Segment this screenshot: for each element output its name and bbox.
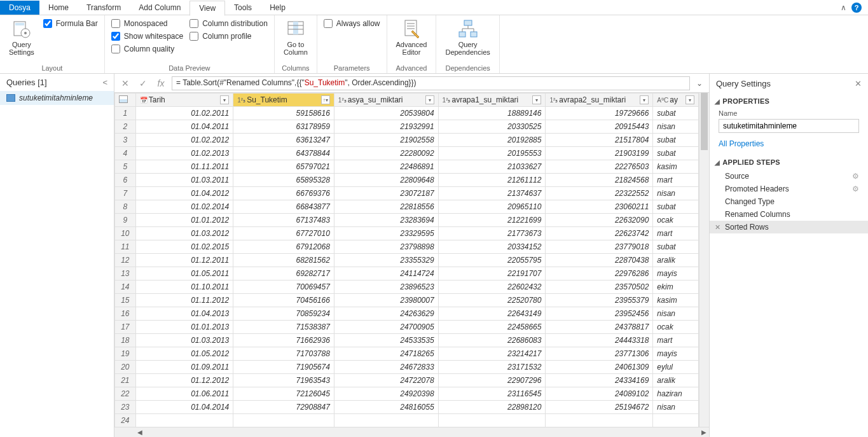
row-number[interactable]: 7 [115,187,136,200]
all-properties-link[interactable]: All Properties [710,138,868,155]
row-number[interactable]: 17 [115,321,136,334]
tab-transform[interactable]: Transform [78,1,130,15]
monospaced-checkbox[interactable]: Monospaced [111,19,183,28]
cell[interactable]: 71963543 [233,374,334,387]
cell[interactable]: 64378844 [233,147,334,160]
cell[interactable]: 23171532 [438,361,546,374]
column-header-su_tuketim[interactable]: 1²₃Su_Tuketim↑▾ [233,94,334,107]
row-number[interactable]: 11 [115,240,136,254]
cell[interactable]: 22632090 [546,214,653,227]
cell[interactable]: subat [653,107,699,120]
cell[interactable]: 20334152 [438,240,546,254]
cell[interactable]: kasim [653,294,699,307]
cell[interactable]: 01.10.2011 [135,281,233,294]
cell[interactable] [546,414,653,427]
cell[interactable]: 21824568 [546,174,653,187]
cell[interactable]: 21033627 [438,160,546,174]
column-header-avrapa1_su_miktari[interactable]: 1²₃avrapa1_su_miktari▾ [438,94,546,107]
cell[interactable]: 01.05.2011 [135,267,233,281]
row-number[interactable]: 20 [115,361,136,374]
cell[interactable]: 71538387 [233,321,334,334]
cell[interactable]: mayis [653,267,699,281]
cell[interactable]: 24718265 [334,347,438,361]
cell[interactable]: 01.02.2012 [135,134,233,147]
cell[interactable] [233,414,334,427]
cell[interactable]: nisan [653,307,699,321]
cell[interactable]: 22520780 [438,294,546,307]
cell[interactable]: 22276503 [546,160,653,174]
cell[interactable]: 65895328 [233,174,334,187]
applied-step[interactable]: Renamed Columns [710,208,868,221]
cell[interactable]: 24700905 [334,321,438,334]
tab-add-column[interactable]: Add Column [130,1,189,15]
cell[interactable]: 70069457 [233,281,334,294]
cell[interactable]: 23116545 [438,387,546,401]
cell[interactable]: 23779018 [546,240,653,254]
ribbon-collapse-icon[interactable]: ∧ [841,3,846,12]
cell[interactable]: aralik [653,254,699,267]
gear-icon[interactable]: ⚙ [852,172,859,181]
column-header-avrapa2_su_miktari[interactable]: 1²₃avrapa2_su_miktari▾ [546,94,653,107]
cell[interactable]: 01.01.2013 [135,321,233,334]
row-number[interactable]: 22 [115,387,136,401]
cell[interactable]: 22643149 [438,307,546,321]
tab-help[interactable]: Help [261,1,294,15]
cell[interactable]: 22623742 [546,227,653,240]
cell[interactable]: 23955379 [546,294,653,307]
row-number[interactable]: 12 [115,254,136,267]
row-number[interactable]: 2 [115,120,136,134]
cell[interactable]: subat [653,200,699,214]
cell[interactable]: 24722078 [334,374,438,387]
cell[interactable]: subat [653,240,699,254]
cell[interactable]: 01.09.2011 [135,361,233,374]
cell[interactable]: 24378817 [546,321,653,334]
cell[interactable]: 24816055 [334,401,438,414]
cell[interactable]: 71905674 [233,361,334,374]
formula-input[interactable]: = Table.Sort(#"Renamed Columns",{{"Su_Tu… [172,76,690,90]
cell[interactable]: 23896523 [334,281,438,294]
cell[interactable]: 22458665 [438,321,546,334]
filter-dropdown-icon[interactable]: ▾ [425,95,434,104]
cell[interactable]: 24533535 [334,334,438,347]
cell[interactable]: 22818556 [334,200,438,214]
cell[interactable] [653,414,699,427]
delete-step-icon[interactable]: ✕ [715,223,720,232]
cell[interactable]: 24114724 [334,267,438,281]
query-settings-button[interactable]: QuerySettings [6,18,37,57]
cell[interactable] [334,414,438,427]
cell[interactable]: 01.12.2012 [135,374,233,387]
cell[interactable]: eylul [653,361,699,374]
cell[interactable]: aralik [653,374,699,387]
settings-close-icon[interactable]: ✕ [855,79,862,88]
cell[interactable]: 22809648 [334,174,438,187]
row-number[interactable]: 15 [115,294,136,307]
query-item[interactable]: sutuketimitahminleme [0,91,114,105]
cell[interactable]: 69282717 [233,267,334,281]
cell[interactable]: 21932991 [334,120,438,134]
cell[interactable]: 23570502 [546,281,653,294]
cell[interactable]: 66843877 [233,200,334,214]
cell[interactable]: 22486891 [334,160,438,174]
formula-expand-icon[interactable]: ⌄ [694,79,705,88]
cell[interactable]: 21374637 [438,187,546,200]
cell[interactable]: 23798898 [334,240,438,254]
cell[interactable]: 21261112 [438,174,546,187]
formula-cancel-icon[interactable]: ✕ [118,76,132,90]
row-number[interactable]: 10 [115,227,136,240]
cell[interactable]: 67137483 [233,214,334,227]
cell[interactable]: 22907296 [438,374,546,387]
cell[interactable]: 22280092 [334,147,438,160]
cell[interactable]: 21902558 [334,134,438,147]
row-number[interactable]: 23 [115,401,136,414]
cell[interactable]: 20330525 [438,120,546,134]
cell[interactable]: 01.03.2011 [135,174,233,187]
cell[interactable]: 01.04.2012 [135,187,233,200]
cell[interactable]: 70456166 [233,294,334,307]
cell[interactable]: 01.11.2012 [135,294,233,307]
tab-view[interactable]: View [189,1,225,16]
tab-home[interactable]: Home [39,1,78,15]
cell[interactable]: 24061309 [546,361,653,374]
cell[interactable]: mayis [653,347,699,361]
query-name-input[interactable] [719,119,859,133]
column-header-tarih[interactable]: 📅Tarih▾ [135,94,233,107]
